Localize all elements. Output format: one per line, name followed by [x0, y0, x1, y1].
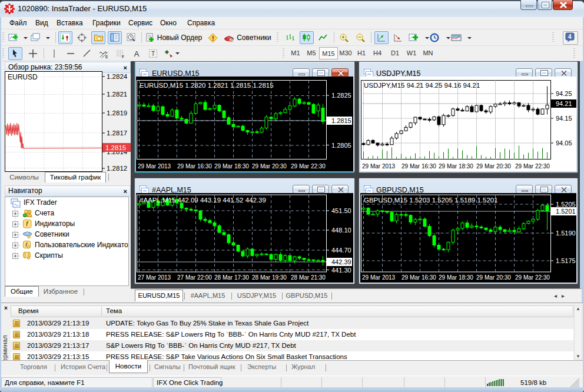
svg-text:4: 4 — [568, 34, 572, 40]
svg-text:T: T — [151, 51, 155, 57]
svg-text:1.2825: 1.2825 — [331, 92, 351, 99]
svg-text:1.2815: 1.2815 — [331, 117, 351, 124]
svg-text:29 Mar 20:30: 29 Mar 20:30 — [476, 274, 511, 281]
svg-text:29 Mar 16:30: 29 Mar 16:30 — [177, 163, 212, 170]
svg-text:!: ! — [212, 34, 214, 41]
svg-text:29 Mar 18:30: 29 Mar 18:30 — [439, 163, 473, 170]
svg-text:29 Mar 22:30: 29 Mar 22:30 — [515, 274, 550, 281]
svg-text:444.70: 444.70 — [331, 247, 351, 254]
svg-text:451.50: 451.50 — [331, 207, 351, 214]
svg-text:1.2815: 1.2815 — [105, 144, 126, 151]
svg-text:29 Mar 18:30: 29 Mar 18:30 — [214, 163, 249, 170]
svg-text:27 Mar 2013: 27 Mar 2013 — [138, 274, 171, 281]
svg-text:E: E — [105, 55, 108, 59]
svg-text:1.2812: 1.2812 — [107, 165, 127, 172]
svg-text:1.2817: 1.2817 — [107, 129, 127, 137]
svg-text:28 Mar 21:30: 28 Mar 21:30 — [291, 274, 326, 281]
svg-text:29 Mar 22:30: 29 Mar 22:30 — [291, 163, 326, 170]
svg-text:29 Mar 16:30: 29 Mar 16:30 — [402, 274, 436, 281]
svg-text:1.5175: 1.5175 — [556, 257, 576, 264]
svg-text:USDJPY,M15 94.21 94.25 94.16: USDJPY,M15 94.21 94.25 94.16 94.21 — [364, 82, 480, 89]
svg-text:441.30: 441.30 — [331, 267, 351, 274]
svg-text:1.2821: 1.2821 — [107, 91, 127, 98]
svg-text:27 Mar 22:00: 27 Mar 22:00 — [177, 274, 212, 281]
svg-text:1.5201: 1.5201 — [556, 208, 576, 215]
svg-text:29 Mar 20:30: 29 Mar 20:30 — [252, 163, 287, 170]
svg-text:94.21: 94.21 — [556, 100, 572, 107]
svg-text:28 Mar 19:30: 28 Mar 19:30 — [252, 274, 287, 281]
svg-text:GBPUSD,M15 1.5203 1.5205 1.51: GBPUSD,M15 1.5203 1.5205 1.5189 1.5201 — [364, 197, 498, 204]
svg-text:1.5190: 1.5190 — [556, 230, 576, 237]
svg-text:29 Mar 2013: 29 Mar 2013 — [362, 274, 396, 281]
svg-text:EURUSD,M15 1.2820 1.2821 1.28: EURUSD,M15 1.2820 1.2821 1.2815 1.2815 — [140, 82, 274, 89]
svg-text:1.2824: 1.2824 — [107, 73, 128, 80]
svg-text:448.10: 448.10 — [331, 227, 351, 234]
svg-text:28 Mar 17:30: 28 Mar 17:30 — [214, 274, 249, 281]
svg-text:1.5205: 1.5205 — [556, 201, 576, 208]
svg-text:29 Mar 22:30: 29 Mar 22:30 — [515, 163, 550, 170]
svg-text:#AAPL,M15 442.09 443.19 441.5: #AAPL,M15 442.09 443.19 441.52 442.39 — [140, 197, 266, 204]
svg-text:442.39: 442.39 — [331, 258, 351, 265]
svg-text:29 Mar 20:30: 29 Mar 20:30 — [476, 163, 511, 170]
svg-text:EURUSD: EURUSD — [8, 73, 38, 81]
svg-text:29 Mar 16:30: 29 Mar 16:30 — [402, 163, 436, 170]
svg-text:1.2819: 1.2819 — [107, 109, 127, 117]
svg-text:1.2805: 1.2805 — [331, 142, 351, 149]
svg-text:29 Mar 2013: 29 Mar 2013 — [138, 163, 171, 170]
svg-text:94.15: 94.15 — [556, 115, 572, 122]
svg-text:94.25: 94.25 — [556, 90, 572, 97]
svg-text:29 Mar 2013: 29 Mar 2013 — [362, 163, 396, 170]
svg-text:94.05: 94.05 — [556, 139, 572, 147]
svg-text:F: F — [122, 55, 124, 59]
svg-text:29 Mar 18:30: 29 Mar 18:30 — [439, 274, 473, 281]
